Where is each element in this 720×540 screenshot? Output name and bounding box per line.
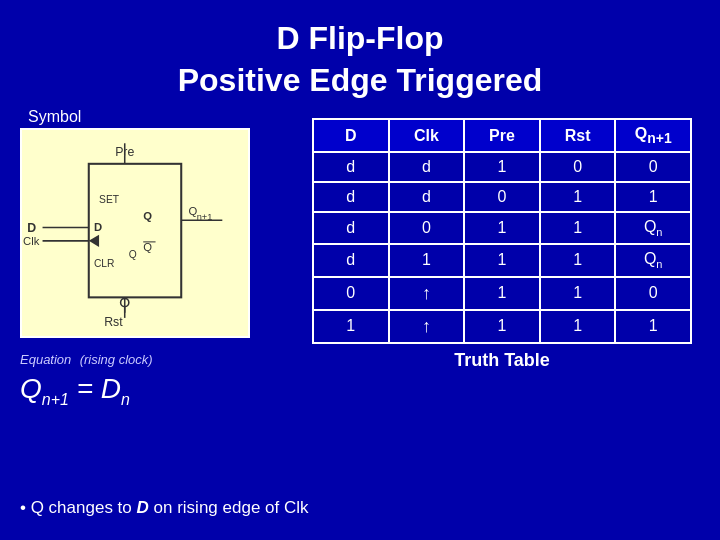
table-row: 1↑111 bbox=[313, 310, 691, 343]
title-line1: D Flip-Flop bbox=[0, 18, 720, 60]
table-row: 0↑110 bbox=[313, 277, 691, 310]
table-cell: 0 bbox=[540, 152, 616, 182]
table-cell: 1 bbox=[615, 310, 691, 343]
svg-text:D: D bbox=[27, 220, 36, 234]
col-header-d: D bbox=[313, 119, 389, 152]
table-cell: 0 bbox=[615, 277, 691, 310]
flip-flop-symbol: Pre SET D CLR Q Q D Clk Q n+1 bbox=[20, 128, 250, 338]
symbol-label: Symbol bbox=[28, 108, 81, 126]
table-cell: d bbox=[389, 182, 465, 212]
table-cell: 1 bbox=[464, 244, 540, 276]
table-cell: 1 bbox=[464, 152, 540, 182]
col-header-pre: Pre bbox=[464, 119, 540, 152]
table-cell: 1 bbox=[540, 277, 616, 310]
svg-text:n+1: n+1 bbox=[197, 212, 213, 222]
table-cell: d bbox=[313, 244, 389, 276]
col-header-qn1: Qn+1 bbox=[615, 119, 691, 152]
table-cell: 1 bbox=[313, 310, 389, 343]
page-title: D Flip-Flop Positive Edge Triggered bbox=[0, 0, 720, 101]
table-cell: 1 bbox=[540, 182, 616, 212]
table-cell: 1 bbox=[464, 277, 540, 310]
table-cell: d bbox=[313, 212, 389, 244]
table-row: d011Qn bbox=[313, 212, 691, 244]
svg-text:Clk: Clk bbox=[23, 235, 40, 247]
table-row: dd011 bbox=[313, 182, 691, 212]
table-cell: ↑ bbox=[389, 277, 465, 310]
equation-sublabel: (rising clock) bbox=[80, 352, 153, 367]
truth-table-caption: Truth Table bbox=[312, 350, 692, 371]
table-cell: Qn bbox=[615, 212, 691, 244]
table-cell: d bbox=[313, 152, 389, 182]
col-header-rst: Rst bbox=[540, 119, 616, 152]
table-cell: 0 bbox=[389, 212, 465, 244]
svg-text:D: D bbox=[94, 220, 102, 232]
table-cell: 1 bbox=[540, 310, 616, 343]
svg-text:CLR: CLR bbox=[94, 257, 115, 268]
svg-text:Q: Q bbox=[129, 249, 137, 260]
truth-table-body: dd100dd011d011Qnd111Qn0↑1101↑111 bbox=[313, 152, 691, 342]
svg-rect-0 bbox=[89, 164, 181, 298]
table-cell: d bbox=[389, 152, 465, 182]
equation-formula: Qn+1 = Dn bbox=[20, 373, 280, 409]
table-cell: 1 bbox=[389, 244, 465, 276]
svg-text:Q: Q bbox=[143, 210, 152, 222]
svg-text:SET: SET bbox=[99, 194, 120, 205]
table-cell: 0 bbox=[464, 182, 540, 212]
col-header-clk: Clk bbox=[389, 119, 465, 152]
equation-label: Equation (rising clock) bbox=[20, 350, 280, 367]
truth-table-container: D Clk Pre Rst Qn+1 dd100dd011d011Qnd111Q… bbox=[312, 118, 692, 371]
table-row: d111Qn bbox=[313, 244, 691, 276]
svg-text:Q: Q bbox=[143, 241, 152, 253]
equation-area: Equation (rising clock) Qn+1 = Dn bbox=[20, 350, 280, 409]
flip-flop-diagram: Pre SET D CLR Q Q D Clk Q n+1 bbox=[22, 133, 248, 333]
table-row: dd100 bbox=[313, 152, 691, 182]
svg-text:Rst: Rst bbox=[104, 315, 123, 329]
table-cell: d bbox=[313, 182, 389, 212]
table-cell: 1 bbox=[464, 310, 540, 343]
table-cell: 1 bbox=[464, 212, 540, 244]
table-cell: Qn bbox=[615, 244, 691, 276]
note-text: • Q changes to D on rising edge of Clk bbox=[20, 498, 309, 517]
equation-title: Equation bbox=[20, 352, 71, 367]
table-cell: 1 bbox=[615, 182, 691, 212]
table-cell: 1 bbox=[540, 212, 616, 244]
note-area: • Q changes to D on rising edge of Clk bbox=[20, 498, 700, 518]
title-line2: Positive Edge Triggered bbox=[0, 60, 720, 102]
table-cell: 0 bbox=[313, 277, 389, 310]
table-header-row: D Clk Pre Rst Qn+1 bbox=[313, 119, 691, 152]
table-cell: 0 bbox=[615, 152, 691, 182]
table-cell: ↑ bbox=[389, 310, 465, 343]
table-cell: 1 bbox=[540, 244, 616, 276]
truth-table: D Clk Pre Rst Qn+1 dd100dd011d011Qnd111Q… bbox=[312, 118, 692, 344]
